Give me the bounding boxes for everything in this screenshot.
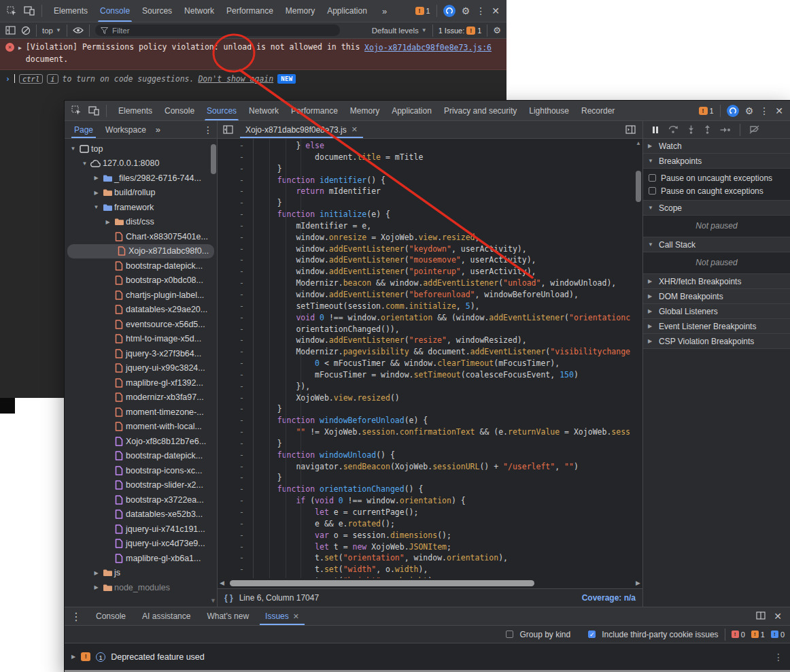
tab-console[interactable]: Console	[94, 0, 136, 22]
code-line[interactable]: - mFocusTimer = window.setTimeout(coales…	[218, 369, 642, 381]
expand-triangle-icon[interactable]: ▶	[18, 44, 22, 66]
drawer-close-icon[interactable]: ✕	[774, 611, 782, 621]
navigator-tab-workspace[interactable]: Workspace	[100, 121, 152, 138]
close-window-icon[interactable]: ✕	[775, 106, 783, 116]
inspect-icon[interactable]	[7, 6, 17, 16]
code-line[interactable]: - }	[218, 438, 642, 450]
navigator-more-tabs[interactable]: »	[153, 124, 162, 135]
device-toolbar-icon[interactable]	[24, 6, 35, 16]
issue-title[interactable]: Deprecated feature used	[111, 652, 205, 662]
code-line[interactable]: - window.addEventListener("pointerup", u…	[218, 266, 642, 278]
code-line[interactable]: - window.addEventListener("resize", wind…	[218, 335, 642, 346]
tree-arrow-icon[interactable]: ▼	[69, 146, 78, 152]
drawer-tab-issues[interactable]: Issues✕	[257, 607, 307, 625]
console-sidebar-icon[interactable]	[5, 26, 16, 35]
drawer-tab-ai-assistance[interactable]: AI assistance	[134, 607, 199, 625]
code-line[interactable]: - let t = new XojoWeb.JSONItem;	[218, 541, 642, 553]
code-line[interactable]: - }	[218, 403, 642, 415]
code-line[interactable]: - orientationChanged()),	[218, 324, 642, 335]
tab-performance[interactable]: Performance	[220, 0, 279, 22]
kebab-menu-icon[interactable]: ⋮	[759, 106, 769, 116]
scrollbar-thumb[interactable]	[230, 580, 534, 586]
tree-item-127-0-0-1-8080[interactable]: ▼127.0.0.1:8080	[65, 156, 217, 171]
code-line[interactable]: - if (void 0 !== window.orientation) {	[218, 495, 642, 507]
console-violation-message[interactable]: ✕ ▶ [Violation] Permissions policy viola…	[0, 39, 506, 70]
win1-issues-badge[interactable]: !1	[415, 7, 430, 15]
tree-item-eventsource-x56d5-[interactable]: eventsource-x56d5...	[65, 317, 217, 332]
tree-scrollbar-thumb[interactable]	[211, 144, 216, 174]
code-line[interactable]: - window.onresize = XojoWeb.view.resized…	[218, 232, 642, 243]
settings-gear-icon[interactable]: ⚙	[462, 6, 470, 16]
tree-item-datatables-xe52b3-[interactable]: datatables-xe52b3...	[65, 507, 217, 522]
tree-arrow-icon[interactable]: ▶	[92, 584, 101, 590]
kebab-menu-icon[interactable]: ⋮	[476, 6, 485, 16]
tab-application[interactable]: Application	[385, 101, 438, 120]
include-third-party-checkbox[interactable]: ✓	[588, 631, 596, 638]
drawer-dock-icon[interactable]	[756, 611, 766, 621]
tab-console[interactable]: Console	[158, 101, 201, 120]
section-header-csp-violation-breakpoints[interactable]: ▶CSP Violation Breakpoints	[643, 334, 790, 349]
code-line[interactable]: - window.addEventListener("mousemove", u…	[218, 254, 642, 266]
tree-item-bootstrap-slider-x2-[interactable]: bootstrap-slider-x2...	[65, 478, 217, 493]
code-line[interactable]: - } else	[218, 140, 642, 152]
code-line[interactable]: - window.addEventListener("beforeunload"…	[218, 289, 642, 301]
pause-script-icon[interactable]	[651, 126, 659, 134]
live-expression-eye-icon[interactable]	[73, 27, 84, 34]
tree-item-bootstrap-datepick-[interactable]: bootstrap-datepick...	[65, 258, 217, 273]
tree-item-dist-css[interactable]: ▶dist/css	[65, 215, 217, 230]
code-line[interactable]: - void 0 !== window.orientation && (wind…	[218, 312, 642, 324]
tree-arrow-icon[interactable]: ▶	[92, 175, 101, 181]
code-line[interactable]: - Modernizr.beacon && window.addEventLis…	[218, 278, 642, 289]
drawer-tab-close-icon[interactable]: ✕	[293, 612, 299, 621]
win2-issues-badge[interactable]: !1	[699, 107, 714, 115]
coverage-link[interactable]: Coverage: n/a	[582, 593, 636, 603]
issue-kebab-icon[interactable]: ⋮	[774, 652, 783, 662]
drawer-kebab-icon[interactable]: ⋮	[65, 610, 88, 623]
tree-item-build-rollup[interactable]: ▶build/rollup	[65, 186, 217, 201]
tab-elements[interactable]: Elements	[48, 0, 94, 22]
code-line[interactable]: - let e = currentPage();	[218, 507, 642, 518]
hide-navigator-icon[interactable]	[218, 125, 239, 134]
scroll-left-arrow[interactable]: ◀	[220, 579, 224, 586]
code-line[interactable]: - }	[218, 163, 642, 175]
tree-item-html-to-image-x5d-[interactable]: html-to-image-x5d...	[65, 332, 217, 347]
checkbox-unchecked[interactable]	[649, 174, 656, 182]
step-over-icon[interactable]	[668, 125, 679, 134]
win1-more-tabs-button[interactable]: »	[373, 0, 394, 22]
tree-item-jquery-ui-x741c191-[interactable]: jquery-ui-x741c191...	[65, 522, 217, 537]
group-by-kind-checkbox[interactable]	[506, 631, 513, 638]
section-header-call-stack[interactable]: ▼Call Stack	[643, 237, 790, 252]
editor-vertical-scrollbar[interactable]: ▲	[634, 139, 642, 578]
code-line[interactable]: - t.set("width", o.width),	[218, 564, 642, 575]
close-file-tab-icon[interactable]: ✕	[351, 125, 358, 134]
expand-issue-triangle-icon[interactable]: ▶	[71, 654, 75, 660]
pretty-print-braces-icon[interactable]: { }	[224, 593, 233, 603]
show-debugger-sidebar-icon[interactable]	[619, 125, 642, 134]
scrollbar-thumb[interactable]	[636, 171, 641, 202]
default-levels-dropdown[interactable]: Default levels▼	[372, 27, 427, 35]
scroll-up-arrow[interactable]: ▲	[636, 140, 641, 146]
tree-item-bootstrap-x3722ea-[interactable]: bootstrap-x3722ea...	[65, 492, 217, 507]
tree-item-maplibre-gl-xb6a1-[interactable]: maplibre-gl-xb6a1...	[65, 551, 217, 566]
tree-item-framework[interactable]: ▼framework	[65, 200, 217, 215]
console-settings-gear-icon[interactable]: ⚙	[493, 26, 501, 35]
device-toolbar-icon[interactable]	[88, 106, 99, 116]
tree-item-jquery-3-x27f3b64-[interactable]: jquery-3-x27f3b64...	[65, 346, 217, 361]
tree-item-maplibre-gl-xf1392-[interactable]: maplibre-gl-xf1392...	[65, 375, 217, 390]
console-prompt-chevron[interactable]: ›	[5, 74, 10, 84]
inspect-icon[interactable]	[71, 105, 82, 116]
section-header-event-listener-breakpoints[interactable]: ▶Event Listener Breakpoints	[643, 319, 790, 334]
code-line[interactable]: - setTimeout(session.comm.initialize, 5)…	[218, 301, 642, 312]
section-header-dom-breakpoints[interactable]: ▶DOM Breakpoints	[643, 289, 790, 304]
frame-context-selector[interactable]: top▼	[42, 27, 61, 35]
tree-item-bootstrap-x0bdc08-[interactable]: bootstrap-x0bdc08...	[65, 273, 217, 288]
section-header-watch[interactable]: ▶Watch	[643, 139, 790, 154]
clear-console-icon[interactable]	[21, 26, 31, 35]
navigator-kebab-icon[interactable]: ⋮	[203, 125, 213, 135]
code-line[interactable]: - navigator.sendBeacon(XojoWeb.sessionUR…	[218, 461, 642, 473]
step-into-icon[interactable]	[687, 125, 695, 134]
tree-item-chartjs-plugin-label-[interactable]: chartjs-plugin-label...	[65, 288, 217, 303]
tree-arrow-icon[interactable]: ▶	[92, 570, 101, 576]
code-line[interactable]: - 0 < mFocusTimer && window.clearTimeout…	[218, 358, 642, 369]
code-line[interactable]: - function initialize(e) {	[218, 209, 642, 220]
